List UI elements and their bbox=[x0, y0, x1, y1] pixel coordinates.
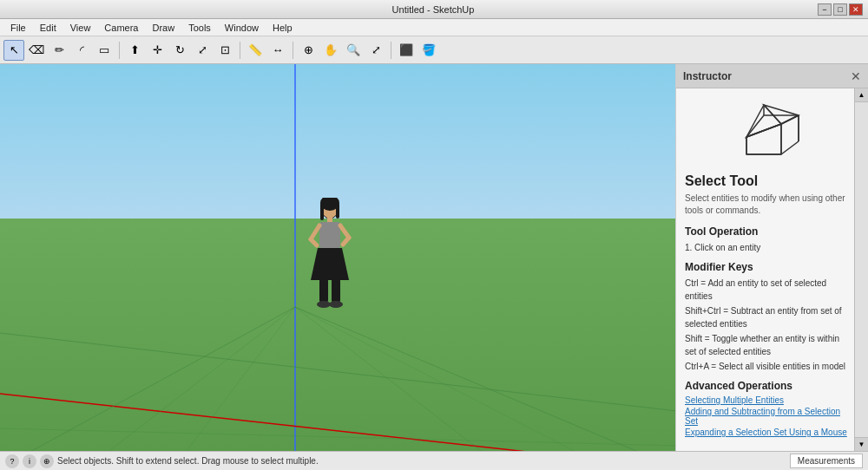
svg-line-4 bbox=[295, 307, 675, 451]
titlebar: Untitled - SketchUp − □ ✕ bbox=[0, 0, 868, 19]
sep4 bbox=[391, 42, 391, 59]
advanced-link-2[interactable]: Expanding a Selection Set Using a Mouse bbox=[685, 428, 851, 437]
svg-line-18 bbox=[311, 239, 317, 245]
svg-rect-13 bbox=[320, 203, 324, 220]
window-controls: − □ ✕ bbox=[818, 3, 863, 16]
scale-tool-button[interactable]: ⤢ bbox=[192, 40, 213, 61]
rotate-tool-button[interactable]: ↻ bbox=[169, 40, 190, 61]
menubar: FileEditViewCameraDrawToolsWindowHelp bbox=[0, 19, 868, 36]
status-icon-1[interactable]: ? bbox=[5, 454, 19, 468]
pan-tool-button[interactable]: ✋ bbox=[320, 40, 341, 61]
sep2 bbox=[240, 42, 240, 59]
toolbar: ↖⌫✏◜▭⬆✛↻⤢⊡📏↔⊕✋🔍⤢⬛🪣 bbox=[0, 36, 868, 64]
advanced-operations-links: Selecting Multiple EntitiesAdding and Su… bbox=[685, 395, 851, 437]
arc-tool-button[interactable]: ◜ bbox=[71, 40, 92, 61]
tool-illustration bbox=[685, 95, 851, 165]
measurements-box: Measurements bbox=[790, 454, 863, 468]
tool-operation-heading: Tool Operation bbox=[685, 225, 851, 238]
svg-rect-14 bbox=[336, 203, 339, 219]
window-title: Untitled - SketchUp bbox=[49, 4, 818, 15]
select-tool-button[interactable]: ↖ bbox=[3, 40, 24, 61]
svg-point-23 bbox=[317, 301, 331, 308]
svg-rect-15 bbox=[327, 217, 332, 222]
status-text: Select objects. Shift to extend select. … bbox=[57, 456, 319, 466]
svg-line-8 bbox=[295, 307, 608, 451]
svg-rect-22 bbox=[332, 278, 340, 303]
menu-item-view[interactable]: View bbox=[63, 19, 98, 36]
menu-item-help[interactable]: Help bbox=[266, 19, 299, 36]
zoom-tool-button[interactable]: 🔍 bbox=[343, 40, 364, 61]
svg-line-5 bbox=[87, 307, 295, 451]
tool-description: Select entities to modify when using oth… bbox=[685, 193, 851, 217]
tool-operation-content: 1. Click on an entity bbox=[685, 241, 851, 254]
status-icon-2[interactable]: i bbox=[23, 454, 36, 468]
tape-tool-button[interactable]: 📏 bbox=[245, 40, 266, 61]
main-area: Instructor ✕ ▲ ▼ bbox=[0, 64, 868, 451]
menu-item-draw[interactable]: Draw bbox=[145, 19, 181, 36]
svg-line-2 bbox=[0, 333, 675, 411]
menu-item-window[interactable]: Window bbox=[218, 19, 266, 36]
advanced-link-1[interactable]: Adding and Subtracting from a Selection … bbox=[685, 407, 851, 426]
modifier-keys-content: Ctrl = Add an entity to set of selected … bbox=[685, 277, 851, 373]
svg-marker-37 bbox=[764, 105, 799, 124]
canvas[interactable] bbox=[0, 64, 675, 451]
instructor-body: Select Tool Select entities to modify wh… bbox=[676, 88, 868, 451]
instructor-title: Instructor bbox=[683, 70, 732, 82]
svg-line-17 bbox=[311, 225, 319, 239]
menu-item-edit[interactable]: Edit bbox=[33, 19, 63, 36]
component-tool-button[interactable]: ⬛ bbox=[396, 40, 417, 61]
svg-rect-21 bbox=[319, 278, 328, 303]
person-figure bbox=[304, 198, 356, 302]
scroll-up-button[interactable]: ▲ bbox=[855, 88, 869, 102]
menu-item-camera[interactable]: Camera bbox=[97, 19, 145, 36]
pencil-tool-button[interactable]: ✏ bbox=[49, 40, 69, 61]
push-pull-tool-button[interactable]: ⬆ bbox=[124, 40, 145, 61]
eraser-tool-button[interactable]: ⌫ bbox=[26, 40, 47, 61]
svg-rect-16 bbox=[319, 222, 340, 248]
svg-line-19 bbox=[340, 225, 349, 238]
paint-tool-button[interactable]: 🪣 bbox=[418, 40, 439, 61]
move-tool-button[interactable]: ✛ bbox=[147, 40, 168, 61]
tool-name: Select Tool bbox=[685, 173, 851, 189]
sep1 bbox=[119, 42, 120, 59]
modifier-keys-heading: Modifier Keys bbox=[685, 261, 851, 273]
status-left: ? i ⊕ Select objects. Shift to extend se… bbox=[5, 454, 319, 468]
maximize-button[interactable]: □ bbox=[833, 3, 847, 16]
instructor-header: Instructor ✕ bbox=[676, 64, 868, 88]
instructor-panel: Instructor ✕ ▲ ▼ bbox=[675, 64, 868, 451]
svg-point-24 bbox=[329, 301, 343, 308]
menu-item-file[interactable]: File bbox=[3, 19, 33, 36]
rect-tool-button[interactable]: ▭ bbox=[94, 40, 115, 61]
orbit-tool-button[interactable]: ⊕ bbox=[298, 40, 319, 61]
close-button[interactable]: ✕ bbox=[849, 3, 863, 16]
minimize-button[interactable]: − bbox=[818, 3, 832, 16]
status-icon-3[interactable]: ⊕ bbox=[40, 454, 54, 468]
sep3 bbox=[293, 42, 293, 59]
advanced-ops-heading: Advanced Operations bbox=[685, 380, 851, 392]
svg-line-20 bbox=[343, 238, 349, 245]
menu-item-tools[interactable]: Tools bbox=[181, 19, 218, 36]
svg-line-1 bbox=[0, 394, 675, 451]
statusbar: ? i ⊕ Select objects. Shift to extend se… bbox=[0, 451, 868, 470]
instructor-close-button[interactable]: ✕ bbox=[851, 69, 861, 83]
offset-tool-button[interactable]: ⊡ bbox=[214, 40, 235, 61]
zoom-extent-tool-button[interactable]: ⤢ bbox=[365, 40, 386, 61]
svg-line-35 bbox=[781, 141, 799, 154]
svg-line-7 bbox=[174, 307, 295, 451]
dimension-tool-button[interactable]: ↔ bbox=[267, 40, 288, 61]
scroll-down-button[interactable]: ▼ bbox=[855, 437, 869, 451]
advanced-link-0[interactable]: Selecting Multiple Entities bbox=[685, 395, 851, 405]
